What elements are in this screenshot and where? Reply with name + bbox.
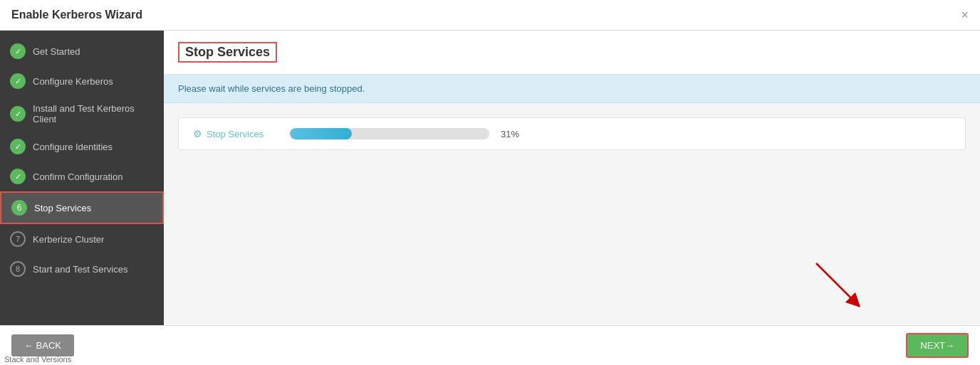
info-banner: Please wait while services are being sto… [164, 75, 980, 103]
progress-label: ⚙ Stop Services [193, 128, 278, 139]
progress-bar-fill [290, 128, 352, 139]
progress-task-name: Stop Services [207, 129, 264, 139]
modal-footer: ← BACK NEXT→ [0, 325, 980, 365]
step-icon-6: 6 [11, 200, 27, 216]
wizard-sidebar: ✓ Get Started ✓ Configure Kerberos ✓ Ins… [0, 31, 164, 325]
progress-row: ⚙ Stop Services 31% [178, 117, 966, 150]
next-button[interactable]: NEXT→ [906, 333, 969, 358]
content-header: Stop Services [164, 31, 980, 75]
sidebar-label-6: Stop Services [34, 203, 91, 213]
sidebar-item-install-test[interactable]: ✓ Install and Test Kerberos Client [0, 96, 164, 132]
step-icon-3: ✓ [10, 106, 26, 122]
step-icon-1: ✓ [10, 43, 26, 59]
main-content: Stop Services Please wait while services… [164, 31, 980, 325]
stack-versions-label: Stack and Versions [0, 354, 75, 365]
step-icon-5: ✓ [10, 169, 26, 184]
page-title: Stop Services [178, 42, 277, 63]
step-icon-2: ✓ [10, 73, 26, 89]
step-icon-7: 7 [10, 231, 26, 247]
sidebar-item-configure-identities[interactable]: ✓ Configure Identities [0, 132, 164, 162]
modal-title: Enable Kerberos Wizard [11, 9, 142, 21]
close-button[interactable]: × [961, 9, 969, 21]
sidebar-label-7: Kerberize Cluster [33, 234, 104, 245]
info-message: Please wait while services are being sto… [178, 83, 365, 94]
sidebar-item-get-started[interactable]: ✓ Get Started [0, 36, 164, 66]
sidebar-label-4: Configure Identities [33, 142, 113, 152]
sidebar-label-2: Configure Kerberos [33, 76, 113, 87]
step-icon-8: 8 [10, 261, 26, 277]
gear-icon: ⚙ [193, 128, 202, 139]
step-icon-4: ✓ [10, 139, 26, 154]
modal-header: Enable Kerberos Wizard × [0, 0, 980, 31]
sidebar-item-configure-kerberos[interactable]: ✓ Configure Kerberos [0, 66, 164, 96]
progress-bar-container [290, 128, 489, 139]
content-body: ⚙ Stop Services 31% [164, 103, 980, 325]
sidebar-label-1: Get Started [33, 46, 80, 57]
modal-container: Enable Kerberos Wizard × ✓ Get Started ✓… [0, 0, 980, 365]
sidebar-label-8: Start and Test Services [33, 264, 127, 275]
modal-body: ✓ Get Started ✓ Configure Kerberos ✓ Ins… [0, 31, 980, 325]
sidebar-item-confirm-config[interactable]: ✓ Confirm Configuration [0, 162, 164, 191]
sidebar-label-3: Install and Test Kerberos Client [33, 103, 154, 125]
sidebar-item-kerberize-cluster[interactable]: 7 Kerberize Cluster [0, 224, 164, 254]
sidebar-item-stop-services[interactable]: 6 Stop Services [0, 191, 164, 224]
sidebar-item-start-test-services[interactable]: 8 Start and Test Services [0, 254, 164, 284]
sidebar-label-5: Confirm Configuration [33, 171, 123, 182]
progress-percent: 31% [501, 129, 526, 139]
